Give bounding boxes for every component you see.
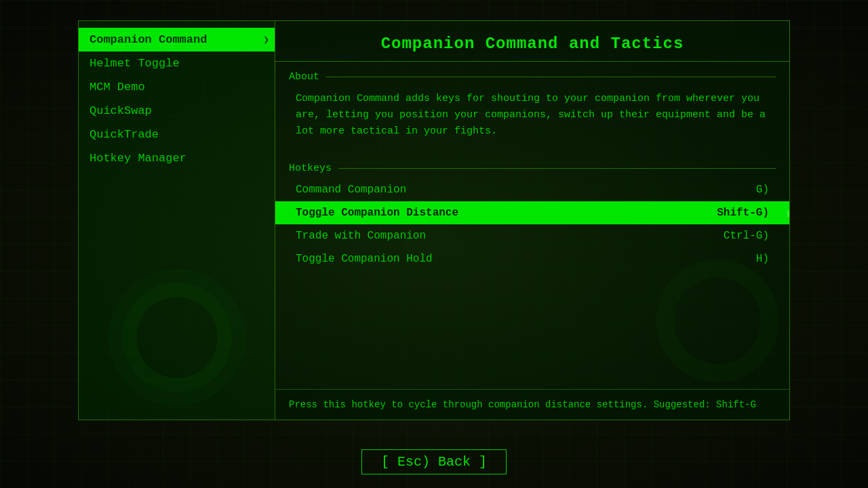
- hotkeys-section-header: Hotkeys: [275, 153, 789, 178]
- sidebar-item-quicktrade[interactable]: QuickTrade: [79, 123, 275, 146]
- hotkey-label: Toggle Companion Hold: [296, 253, 433, 265]
- back-button[interactable]: [ Esc) Back ]: [361, 449, 507, 474]
- hotkey-key: Shift-G): [717, 207, 769, 219]
- hotkey-label: Trade with Companion: [296, 230, 426, 242]
- sidebar-item-quickswap[interactable]: QuickSwap: [79, 99, 275, 123]
- hotkey-key: Ctrl-G): [724, 230, 769, 242]
- page-title: Companion Command and Tactics: [275, 21, 789, 62]
- about-label: About: [289, 71, 319, 83]
- main-container: Companion CommandHelmet ToggleMCM DemoQu…: [78, 20, 790, 420]
- right-panel: Companion Command and Tactics About Comp…: [275, 21, 789, 420]
- hotkey-rows: Command CompanionG)Toggle Companion Dist…: [275, 178, 789, 270]
- back-button-label: [ Esc) Back ]: [381, 454, 487, 470]
- hotkeys-label: Hotkeys: [289, 163, 332, 174]
- sidebar-item-helmet-toggle[interactable]: Helmet Toggle: [79, 52, 275, 75]
- hotkey-row[interactable]: Command CompanionG): [275, 178, 789, 201]
- hotkey-row[interactable]: Toggle Companion DistanceShift-G)▶: [275, 201, 789, 224]
- about-section-header: About: [275, 62, 789, 87]
- hotkeys-section: Hotkeys Command CompanionG)Toggle Compan…: [275, 153, 789, 270]
- about-text: Companion Command adds keys for shouting…: [275, 87, 789, 150]
- bottom-bar: [ Esc) Back ]: [0, 449, 868, 474]
- status-bar: Press this hotkey to cycle through compa…: [275, 389, 789, 420]
- sidebar-item-mcm-demo[interactable]: MCM Demo: [79, 75, 275, 99]
- hotkey-key: G): [756, 184, 769, 196]
- about-divider: [326, 77, 776, 77]
- right-panel-content: About Companion Command adds keys for sh…: [275, 62, 789, 389]
- status-text: Press this hotkey to cycle through compa…: [289, 399, 756, 410]
- hotkeys-divider: [338, 168, 776, 169]
- sidebar-item-companion-command[interactable]: Companion Command: [79, 28, 275, 52]
- sidebar-item-hotkey-manager[interactable]: Hotkey Manager: [79, 146, 275, 170]
- cursor-indicator: ▶: [787, 205, 789, 220]
- hotkey-row[interactable]: Toggle Companion HoldH): [275, 247, 789, 270]
- hotkey-key: H): [756, 253, 769, 265]
- hotkey-label: Toggle Companion Distance: [296, 207, 458, 219]
- left-panel: Companion CommandHelmet ToggleMCM DemoQu…: [79, 21, 275, 420]
- hotkey-row[interactable]: Trade with CompanionCtrl-G): [275, 224, 789, 247]
- hotkey-label: Command Companion: [296, 184, 406, 196]
